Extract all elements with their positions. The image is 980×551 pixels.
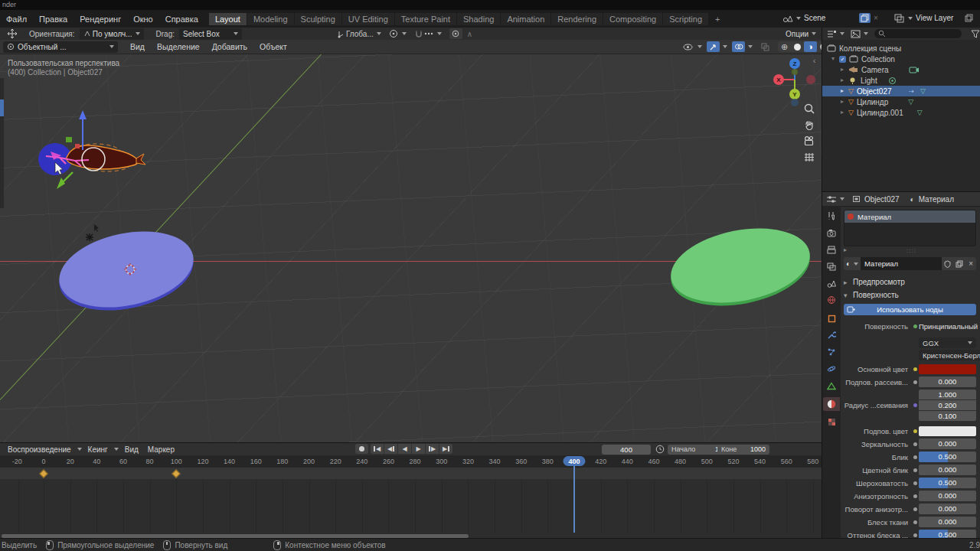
tab-object-data[interactable] <box>825 380 838 391</box>
tab-texture[interactable] <box>825 416 838 427</box>
specular-slider[interactable]: 0.500 <box>919 452 976 462</box>
playhead-line[interactable] <box>573 466 575 533</box>
prev-keyframe-button[interactable]: ◀ <box>384 444 397 454</box>
xray-toggle-icon[interactable] <box>759 41 772 52</box>
new-view-layer-icon[interactable] <box>965 14 973 22</box>
outliner-row-light[interactable]: ▸ Light <box>822 75 980 86</box>
options-button[interactable]: Опции <box>786 28 816 39</box>
workspace-tab-compositing[interactable]: Compositing <box>603 13 662 25</box>
orientation-dropdown[interactable]: По умолч... <box>80 28 144 40</box>
tab-view-layer[interactable] <box>825 261 838 272</box>
anisotropic-rotation-slider[interactable]: 0.000 <box>919 504 976 514</box>
workspace-tab-shading[interactable]: Shading <box>457 13 500 25</box>
timeline-menu-playback[interactable]: Воспроизведение <box>0 445 74 454</box>
tab-modifiers[interactable] <box>825 330 838 341</box>
keyframe-diamond[interactable] <box>39 469 47 478</box>
tab-particles[interactable] <box>825 347 838 357</box>
tab-material[interactable] <box>823 397 840 411</box>
menu-window[interactable]: Окно <box>127 15 159 24</box>
pivot-point-icon[interactable] <box>389 29 399 38</box>
frame-start-field[interactable]: Начало 1 <box>668 445 723 455</box>
jump-start-button[interactable]: ◀ <box>371 444 384 454</box>
frame-end-field[interactable]: Коне 1000 <box>717 445 769 455</box>
falloff-curve-icon[interactable]: ∧ <box>467 30 472 38</box>
shading-solid-icon[interactable] <box>791 41 804 52</box>
zoom-tool-icon[interactable] <box>802 103 816 116</box>
play-button[interactable]: ▶ <box>412 444 425 454</box>
grip-handle[interactable]: :::: <box>847 247 976 254</box>
menu-file[interactable]: Файл <box>0 15 33 24</box>
radius-z-field[interactable]: 0.100 <box>919 411 976 421</box>
timeline-ruler[interactable]: -200204060801001201401601802002202402602… <box>0 455 822 468</box>
move-tool-icon[interactable] <box>6 28 18 39</box>
view-layer-selector[interactable]: View Layer <box>894 11 973 24</box>
pan-hand-icon[interactable] <box>802 119 816 132</box>
tab-world[interactable] <box>825 295 838 305</box>
visibility-eye-icon[interactable] <box>681 41 694 52</box>
workspace-tab-layout[interactable]: Layout <box>209 13 247 25</box>
preview-panel-header[interactable]: ▸ Предпросмотр <box>841 276 980 288</box>
scene-selector[interactable]: Scene × <box>782 11 878 24</box>
radius-x-field[interactable]: 1.000 <box>919 390 976 399</box>
workspace-tab-sculpting[interactable]: Sculpting <box>295 13 341 25</box>
cylinder-expander[interactable]: ▸ <box>841 99 848 105</box>
tab-tool[interactable] <box>825 210 838 221</box>
viewport-3d[interactable]: Объектный ... Вид Выделение Добавить Объ… <box>0 40 822 442</box>
camera-expander[interactable]: ▸ <box>841 67 848 73</box>
surface-panel-header[interactable]: ▾ Поверхность <box>841 289 980 301</box>
viewport-menu-view[interactable]: Вид <box>124 42 151 51</box>
active-tool-sliver[interactable] <box>0 99 4 116</box>
outliner-search[interactable] <box>874 29 962 38</box>
subsurface-color-swatch[interactable] <box>919 426 976 436</box>
snap-with-icon[interactable] <box>423 29 434 38</box>
navigation-gizmo[interactable]: Z X Y <box>771 57 818 107</box>
outliner-row-cylinder[interactable]: ▸ ▽ Цилиндр ▽ <box>822 96 980 107</box>
keyframe-diamond[interactable] <box>172 469 181 478</box>
specular-tint-slider[interactable]: 0.000 <box>919 465 976 475</box>
sheen-slider[interactable]: 0.000 <box>919 517 976 527</box>
outliner-root-row[interactable]: Коллекция сцены <box>822 43 980 54</box>
base-color-swatch[interactable] <box>919 364 976 374</box>
workspace-tab-animation[interactable]: Animation <box>501 13 550 25</box>
workspace-tab-rendering[interactable]: Rendering <box>551 13 603 25</box>
unlink-material-button[interactable]: × <box>965 257 976 270</box>
menu-render[interactable]: Рендеринг <box>74 15 127 24</box>
subsurface-method-dropdown[interactable]: Кристенсен-Берли <box>919 350 980 360</box>
next-keyframe-button[interactable]: ▶ <box>426 444 439 454</box>
subsurface-slider[interactable]: 0.000 <box>919 377 976 387</box>
properties-editor-icon[interactable] <box>826 195 837 204</box>
current-frame-pill[interactable]: 400 <box>563 456 585 466</box>
proportional-edit-icon[interactable] <box>449 28 462 39</box>
drag-dropdown[interactable]: Select Box <box>179 28 242 40</box>
current-frame-field[interactable]: 400 <box>602 445 651 455</box>
tab-output[interactable] <box>825 244 838 255</box>
object027-expander[interactable]: ▸ <box>841 88 848 94</box>
delete-scene-icon[interactable]: × <box>874 14 878 22</box>
cylinder001-expander[interactable]: ▸ <box>841 109 848 116</box>
shading-material-icon[interactable]: ◑ <box>804 41 817 52</box>
fake-user-button[interactable] <box>942 257 953 270</box>
menu-help[interactable]: Справка <box>159 15 204 24</box>
collection-checkbox[interactable]: ✓ <box>839 56 846 63</box>
use-nodes-button[interactable]: Использовать ноды <box>844 304 976 315</box>
display-mode-icon[interactable] <box>851 30 861 38</box>
tab-object[interactable] <box>825 313 838 324</box>
shading-wireframe-icon[interactable]: ⊕ <box>778 41 791 52</box>
material-name-field[interactable]: Материал <box>861 257 942 270</box>
roughness-slider[interactable]: 0.500 <box>919 478 976 488</box>
workspace-tab-uv-editing[interactable]: UV Editing <box>342 13 394 25</box>
radius-y-field[interactable]: 0.200 <box>919 400 976 410</box>
timeline-menu-marker[interactable]: Маркер <box>143 445 179 454</box>
workspace-tab-scripting[interactable]: Scripting <box>663 13 708 25</box>
camera-view-icon[interactable] <box>802 135 816 148</box>
snap-magnet-icon[interactable] <box>414 29 423 38</box>
outliner-row-cylinder001[interactable]: ▸ ▽ Цилиндр.001 ▽ <box>822 107 980 118</box>
autokey-clock-icon[interactable] <box>655 445 665 454</box>
filter-funnel-icon[interactable] <box>971 30 980 38</box>
camera-data-icon[interactable] <box>909 66 920 73</box>
ortho-grid-icon[interactable] <box>802 151 816 164</box>
viewport-menu-object[interactable]: Объект <box>253 42 293 51</box>
material-browse-button[interactable]: ◐ <box>844 257 861 270</box>
metallic-slider[interactable]: 0.000 <box>919 439 976 449</box>
material-slot-selected[interactable]: Материал <box>844 210 975 223</box>
